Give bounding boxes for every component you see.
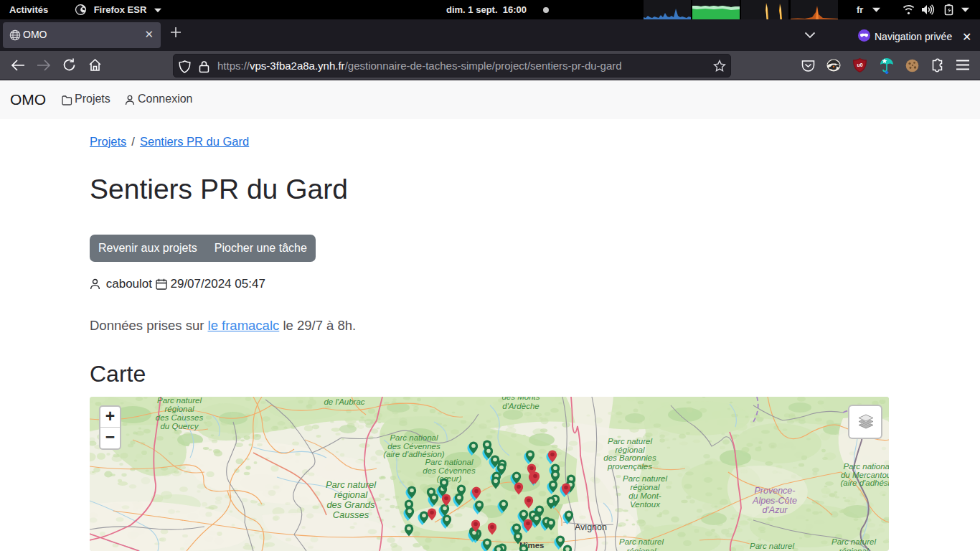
svg-text:Parc nationaldu Mercantour(air: Parc nationaldu Mercantour(aire d'adhési… xyxy=(840,462,889,487)
svg-text:de l'Aubrac: de l'Aubrac xyxy=(324,397,364,406)
svg-text:Parc naturelrégionaldes Baronn: Parc naturelrégionaldes Baronniesprovenç… xyxy=(603,437,656,471)
svg-text:Avignon: Avignon xyxy=(575,522,607,532)
svg-text:u0: u0 xyxy=(857,62,862,67)
svg-text:d'Ardèche: d'Ardèche xyxy=(502,402,539,410)
svg-text:Parc nationaldes Cévennes(aire: Parc nationaldes Cévennes(aire d'adhésio… xyxy=(383,433,444,458)
svg-text:des Monts: des Monts xyxy=(501,397,540,401)
svg-text:Parc naturel: Parc naturel xyxy=(750,542,794,550)
svg-text:Parc naturelrégionaldes Causse: Parc naturelrégionaldes Caussesdu Quercy xyxy=(156,397,204,430)
